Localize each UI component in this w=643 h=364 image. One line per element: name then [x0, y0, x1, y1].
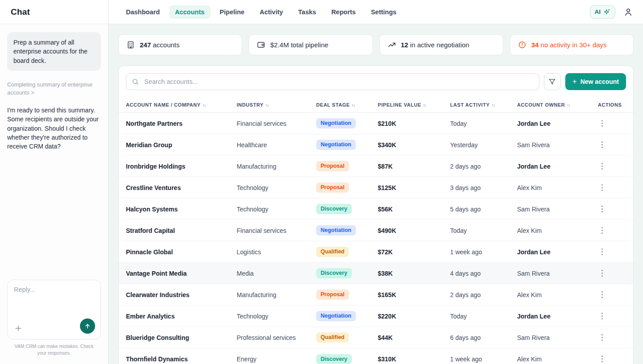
- row-actions-button[interactable]: [598, 269, 606, 277]
- table-row[interactable]: Ember Analytics Technology Negotiation $…: [119, 306, 633, 327]
- sort-icon: ↑↓: [567, 103, 570, 108]
- sort-icon: ↑↓: [492, 103, 495, 108]
- account-owner: Jordan Lee: [510, 113, 591, 134]
- row-actions-button[interactable]: [598, 291, 606, 299]
- account-name: Meridian Group: [119, 134, 230, 156]
- last-activity: 2 days ago: [443, 284, 510, 306]
- row-actions-button[interactable]: [598, 312, 606, 320]
- accounts-panel: + New account Account name / Company↑↓In…: [118, 66, 634, 364]
- user-profile-button[interactable]: [623, 7, 633, 17]
- table-header-row: Account name / Company↑↓Industry↑↓Deal s…: [119, 97, 633, 113]
- account-industry: Technology: [230, 199, 309, 220]
- pipeline-value: $125K: [371, 177, 443, 199]
- ai-label: AI: [595, 8, 601, 15]
- account-owner: Jordan Lee: [510, 241, 591, 263]
- table-row[interactable]: Crestline Ventures Technology Proposal $…: [119, 177, 633, 199]
- stat-value: $2.4M: [270, 41, 289, 49]
- chat-sidebar: Chat Prep a summary of all enterprise ac…: [0, 0, 109, 364]
- nav-item-accounts[interactable]: Accounts: [169, 5, 210, 19]
- column-header-last-activity[interactable]: Last activity↑↓: [443, 97, 510, 113]
- table-row[interactable]: Ironbridge Holdings Manufacturing Propos…: [119, 156, 633, 177]
- account-name: Vantage Point Media: [119, 263, 230, 284]
- plus-icon: [14, 324, 23, 333]
- stat-value: 12: [401, 41, 409, 49]
- column-header-deal-stage[interactable]: Deal stage↑↓: [309, 97, 371, 113]
- row-actions-button[interactable]: [598, 184, 606, 192]
- task-status-link[interactable]: Completing summary of enterprise account…: [7, 81, 101, 97]
- nav-item-reports[interactable]: Reports: [326, 5, 362, 19]
- account-owner: Jordan Lee: [510, 306, 591, 327]
- row-actions-button[interactable]: [598, 205, 606, 213]
- table-row[interactable]: Northgate Partners Financial services Ne…: [119, 113, 633, 134]
- row-actions-button[interactable]: [598, 227, 606, 235]
- deal-stage-badge: Proposal: [316, 182, 349, 193]
- ai-assistant-button[interactable]: AI: [590, 5, 616, 19]
- row-actions-button[interactable]: [598, 120, 606, 128]
- table-row[interactable]: Blueridge Consulting Professional servic…: [119, 327, 633, 348]
- funnel-icon: [548, 78, 556, 86]
- column-header-account-name-company[interactable]: Account name / Company↑↓: [119, 97, 230, 113]
- pipeline-value: $490K: [371, 220, 443, 241]
- top-navigation: Dashboard Accounts Pipeline Activity Tas…: [109, 0, 643, 24]
- pipeline-value: $340K: [371, 134, 443, 156]
- search-input[interactable]: [126, 73, 539, 90]
- nav-item-activity[interactable]: Activity: [254, 5, 288, 19]
- stat-card-no-activity: 34 no activity in 30+ days: [510, 34, 634, 55]
- chat-disclaimer: VAM CRM can make mistakes. Check your re…: [7, 339, 101, 360]
- table-row[interactable]: Thornfield Dynamics Energy Discovery $31…: [119, 348, 633, 364]
- chat-title: Chat: [11, 7, 30, 17]
- building-icon: [126, 41, 135, 49]
- row-actions-button[interactable]: [598, 162, 606, 170]
- person-icon: [623, 7, 633, 17]
- filter-button[interactable]: [544, 73, 561, 90]
- nav-item-pipeline[interactable]: Pipeline: [214, 5, 251, 19]
- attach-button[interactable]: [13, 323, 24, 334]
- row-actions-button[interactable]: [598, 355, 606, 363]
- account-industry: Financial services: [230, 113, 309, 134]
- row-actions-button[interactable]: [598, 334, 606, 342]
- account-owner: Sam Rivera: [510, 134, 591, 156]
- account-name: Blueridge Consulting: [119, 327, 230, 348]
- sort-icon: ↑↓: [265, 103, 268, 108]
- column-header-industry[interactable]: Industry↑↓: [230, 97, 309, 113]
- account-owner: Sam Rivera: [510, 263, 591, 284]
- stat-value: 34: [531, 41, 539, 49]
- alert-circle-icon: [518, 41, 526, 49]
- column-header-account-owner[interactable]: Account owner↑↓: [510, 97, 591, 113]
- table-row[interactable]: Stratford Capital Financial services Neg…: [119, 220, 633, 241]
- account-name: Clearwater Industries: [119, 284, 230, 306]
- nav-item-dashboard[interactable]: Dashboard: [120, 5, 166, 19]
- account-industry: Professional services: [230, 327, 309, 348]
- account-industry: Healthcare: [230, 134, 309, 156]
- table-row[interactable]: Clearwater Industries Manufacturing Prop…: [119, 284, 633, 306]
- deal-stage-badge: Discovery: [316, 354, 352, 364]
- accounts-table: Account name / Company↑↓Industry↑↓Deal s…: [119, 97, 633, 364]
- pipeline-value: $56K: [371, 199, 443, 220]
- nav-item-tasks[interactable]: Tasks: [292, 5, 322, 19]
- last-activity: 1 week ago: [443, 241, 510, 263]
- nav-tabs: Dashboard Accounts Pipeline Activity Tas…: [120, 5, 402, 19]
- plus-icon: +: [572, 78, 577, 85]
- row-actions-button[interactable]: [598, 248, 606, 256]
- chat-header: Chat: [0, 0, 108, 24]
- last-activity: 5 days ago: [443, 199, 510, 220]
- table-row[interactable]: Pinnacle Global Logistics Qualified $72K…: [119, 241, 633, 263]
- account-industry: Financial services: [230, 220, 309, 241]
- stat-label: no activity in 30+ days: [541, 41, 607, 49]
- row-actions-button[interactable]: [598, 141, 606, 149]
- table-row[interactable]: Meridian Group Healthcare Negotiation $3…: [119, 134, 633, 156]
- deal-stage-badge: Negotiation: [316, 140, 356, 150]
- nav-item-settings[interactable]: Settings: [365, 5, 402, 19]
- last-activity: 4 days ago: [443, 263, 510, 284]
- stat-card-pipeline: $2.4M total pipeline: [249, 34, 372, 55]
- chat-messages: Prep a summary of all enterprise account…: [0, 24, 108, 280]
- column-header-actions: Actions: [591, 97, 633, 113]
- reply-input[interactable]: Reply...: [7, 280, 101, 339]
- send-button[interactable]: [80, 318, 95, 334]
- table-row[interactable]: Halcyon Systems Technology Discovery $56…: [119, 199, 633, 220]
- user-message: Prep a summary of all enterprise account…: [7, 32, 101, 71]
- new-account-button[interactable]: + New account: [565, 73, 626, 90]
- table-row[interactable]: Vantage Point Media Media Discovery $38K…: [119, 263, 633, 284]
- deal-stage-badge: Negotiation: [316, 311, 356, 321]
- column-header-pipeline-value[interactable]: Pipeline value↑↓: [371, 97, 443, 113]
